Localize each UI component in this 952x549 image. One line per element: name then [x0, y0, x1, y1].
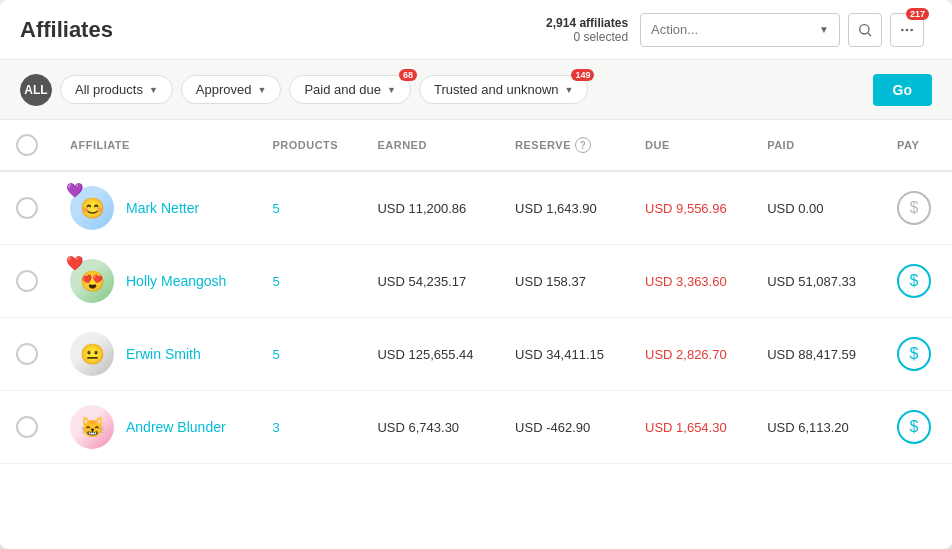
affiliates-table: AFFILIATE PRODUCTS EARNED RESERVE ? DUE … — [0, 120, 952, 464]
products-count[interactable]: 5 — [272, 274, 279, 289]
svg-point-2 — [901, 28, 904, 31]
filter-trusted-pill[interactable]: 149 Trusted and unknown ▼ — [419, 75, 588, 104]
page-title: Affiliates — [20, 17, 546, 43]
due-amount: USD 1,654.30 — [645, 420, 727, 435]
earned-cell: USD 6,743.30 — [361, 391, 499, 464]
header-pay: PAY — [881, 120, 952, 171]
row-checkbox[interactable] — [16, 416, 38, 438]
reserve-cell: USD 1,643.90 — [499, 171, 629, 245]
row-checkbox[interactable] — [16, 343, 38, 365]
filter-bar: ALL All products ▼ Approved ▼ 68 Paid an… — [0, 60, 952, 120]
pay-button[interactable]: $ — [897, 191, 931, 225]
header-due: DUE — [629, 120, 751, 171]
filter-all-products-pill[interactable]: ALL — [20, 74, 52, 106]
svg-point-3 — [906, 28, 909, 31]
affiliate-cell: 😐 Erwin Smith — [54, 318, 256, 391]
affiliates-table-wrap: AFFILIATE PRODUCTS EARNED RESERVE ? DUE … — [0, 120, 952, 464]
due-amount: USD 9,556.96 — [645, 201, 727, 216]
reserve-cell: USD 158.37 — [499, 245, 629, 318]
table-row: 😊 💜 Mark Netter 5USD 11,200.86USD 1,643.… — [0, 171, 952, 245]
due-amount: USD 2,826.70 — [645, 347, 727, 362]
row-checkbox[interactable] — [16, 197, 38, 219]
filter-all-label: ALL — [24, 83, 47, 97]
pay-cell: $ — [881, 391, 952, 464]
avatar-wrap: 😐 — [70, 332, 114, 376]
affiliate-name[interactable]: Erwin Smith — [126, 346, 201, 362]
svg-point-0 — [860, 24, 869, 33]
earned-cell: USD 125,655.44 — [361, 318, 499, 391]
action-input-wrap[interactable]: ▼ — [640, 13, 840, 47]
affiliate-name[interactable]: Mark Netter — [126, 200, 199, 216]
more-icon — [899, 22, 915, 38]
header-products: PRODUCTS — [256, 120, 361, 171]
products-count[interactable]: 5 — [272, 347, 279, 362]
svg-point-4 — [910, 28, 913, 31]
products-count[interactable]: 3 — [272, 420, 279, 435]
header-meta: 2,914 affiliates 0 selected — [546, 16, 628, 44]
filter-products-label: All products — [75, 82, 143, 97]
products-cell: 3 — [256, 391, 361, 464]
affiliates-count: 2,914 affiliates — [546, 16, 628, 30]
due-cell: USD 1,654.30 — [629, 391, 751, 464]
main-window: Affiliates 2,914 affiliates 0 selected ▼… — [0, 0, 952, 549]
filter-approved-label: Approved — [196, 82, 252, 97]
affiliate-cell: 😍 ❤️ Holly Meangosh — [54, 245, 256, 318]
go-button[interactable]: Go — [873, 74, 932, 106]
products-cell: 5 — [256, 245, 361, 318]
affiliate-cell: 😸 Andrew Blunder — [54, 391, 256, 464]
table-row: 😸 Andrew Blunder 3USD 6,743.30USD -462.9… — [0, 391, 952, 464]
more-button[interactable]: 217 — [890, 13, 924, 47]
due-cell: USD 3,363.60 — [629, 245, 751, 318]
header: Affiliates 2,914 affiliates 0 selected ▼… — [0, 0, 952, 60]
row-checkbox[interactable] — [16, 270, 38, 292]
filter-products-arrow: ▼ — [149, 85, 158, 95]
action-input[interactable] — [651, 22, 819, 37]
products-cell: 5 — [256, 318, 361, 391]
paid-cell: USD 0.00 — [751, 171, 881, 245]
filter-paid-due-pill[interactable]: 68 Paid and due ▼ — [289, 75, 411, 104]
reserve-cell: USD -462.90 — [499, 391, 629, 464]
action-dropdown-arrow: ▼ — [819, 24, 829, 35]
table-row: 😐 Erwin Smith 5USD 125,655.44USD 34,411.… — [0, 318, 952, 391]
trusted-badge: 149 — [571, 69, 594, 81]
search-button[interactable] — [848, 13, 882, 47]
avatar: 😸 — [70, 405, 114, 449]
affiliate-name[interactable]: Andrew Blunder — [126, 419, 226, 435]
earned-cell: USD 54,235.17 — [361, 245, 499, 318]
selected-count: 0 selected — [573, 30, 628, 44]
earned-cell: USD 11,200.86 — [361, 171, 499, 245]
paid-cell: USD 6,113.20 — [751, 391, 881, 464]
filter-trusted-label: Trusted and unknown — [434, 82, 559, 97]
select-all-checkbox[interactable] — [16, 134, 38, 156]
products-count[interactable]: 5 — [272, 201, 279, 216]
filter-paid-due-arrow: ▼ — [387, 85, 396, 95]
header-checkbox-col — [0, 120, 54, 171]
avatar-badge-icon: ❤️ — [66, 255, 83, 271]
pay-cell: $ — [881, 171, 952, 245]
header-reserve: RESERVE ? — [499, 120, 629, 171]
due-cell: USD 9,556.96 — [629, 171, 751, 245]
header-paid: PAID — [751, 120, 881, 171]
affiliate-name[interactable]: Holly Meangosh — [126, 273, 226, 289]
reserve-info-icon[interactable]: ? — [575, 137, 591, 153]
products-cell: 5 — [256, 171, 361, 245]
filter-approved-arrow: ▼ — [258, 85, 267, 95]
filter-products-pill[interactable]: All products ▼ — [60, 75, 173, 104]
pay-cell: $ — [881, 245, 952, 318]
table-row: 😍 ❤️ Holly Meangosh 5USD 54,235.17USD 15… — [0, 245, 952, 318]
avatar-wrap: 😸 — [70, 405, 114, 449]
due-amount: USD 3,363.60 — [645, 274, 727, 289]
affiliate-cell: 😊 💜 Mark Netter — [54, 171, 256, 245]
svg-line-1 — [868, 33, 871, 36]
filter-approved-pill[interactable]: Approved ▼ — [181, 75, 282, 104]
pay-button[interactable]: $ — [897, 337, 931, 371]
pay-button[interactable]: $ — [897, 264, 931, 298]
paid-due-badge: 68 — [399, 69, 417, 81]
filter-paid-due-label: Paid and due — [304, 82, 381, 97]
avatar-wrap: 😍 ❤️ — [70, 259, 114, 303]
paid-cell: USD 51,087.33 — [751, 245, 881, 318]
paid-cell: USD 88,417.59 — [751, 318, 881, 391]
table-header-row: AFFILIATE PRODUCTS EARNED RESERVE ? DUE … — [0, 120, 952, 171]
pay-button[interactable]: $ — [897, 410, 931, 444]
more-badge: 217 — [906, 8, 929, 20]
